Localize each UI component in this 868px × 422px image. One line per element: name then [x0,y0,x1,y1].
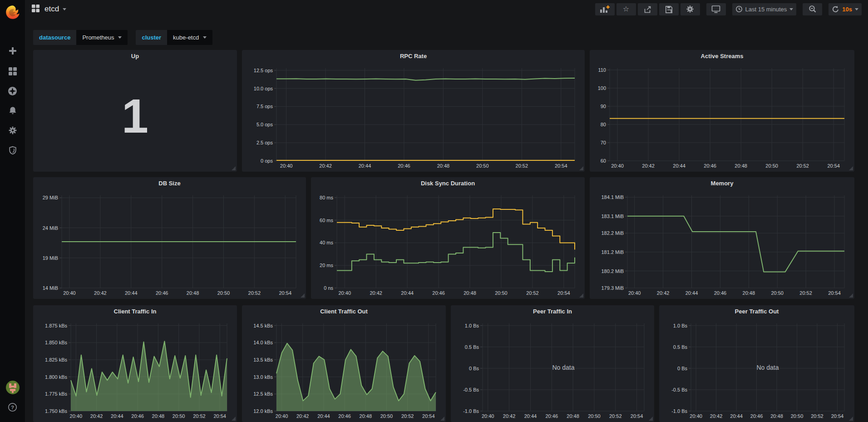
refresh-interval-label: 10s [842,6,852,13]
help-icon[interactable]: ? [0,402,25,412]
panel-title[interactable]: Active Streams [590,50,854,62]
x-axis-tick-label: 20:46 [432,290,445,296]
server-admin-shield-icon[interactable] [0,145,25,156]
explore-compass-icon[interactable] [0,85,25,96]
x-axis-tick-label: 20:54 [213,413,226,419]
y-axis-tick-label: 60 ms [320,218,333,223]
chart[interactable]: 179.3 MiB180.2 MiB181.2 MiB182.2 MiB183.… [593,189,851,297]
save-button[interactable] [659,3,679,15]
alerting-bell-icon[interactable] [0,105,25,116]
y-axis-tick-label: 179.3 MiB [601,285,624,291]
caret-down-icon [789,8,793,10]
x-axis-tick-label: 20:44 [730,413,743,419]
x-axis-tick-label: 20:50 [173,413,185,419]
series-line-series-yellow [337,209,575,250]
x-axis-tick-label: 20:50 [495,290,508,296]
panel-resize-handle[interactable] [849,417,853,421]
panel-resize-handle[interactable] [440,417,444,421]
panel-title[interactable]: Client Traffic In [33,305,237,317]
panel-resize-handle[interactable] [649,417,653,421]
y-axis-tick-label: 110 [598,67,606,73]
panel-resize-handle[interactable] [579,293,583,298]
y-axis-tick-label: 0 Bs [469,366,479,371]
panel-body: 0 ops2.5 ops5.0 ops7.5 ops10.0 ops12.5 o… [246,62,581,170]
x-axis-tick-label: 20:42 [319,163,332,169]
configuration-gear-icon[interactable] [0,125,25,136]
plus-icon[interactable] [0,45,25,56]
panel-title[interactable]: Peer Traffic In [451,305,654,317]
chart[interactable]: 1.750 kBs1.775 kBs1.800 kBs1.825 kBs1.85… [37,317,233,420]
chart[interactable]: -1.0 Bs-0.5 Bs0 Bs0.5 Bs1.0 Bs20:4020:42… [454,317,651,420]
panel-body: 14 MiB19 MiB24 MiB29 MiB20:4020:4220:442… [37,189,302,297]
time-range-picker[interactable]: Last 15 minutes [732,3,797,15]
x-axis-tick-label: 20:50 [588,413,601,419]
variable-cluster[interactable]: cluster kube-etcd [136,30,212,45]
panel-resize-handle[interactable] [301,293,305,298]
panel-cin: Client Traffic In1.750 kBs1.775 kBs1.800… [33,305,237,422]
x-axis-tick-label: 20:42 [503,413,516,419]
x-axis-tick-label: 20:44 [317,413,330,419]
panel-title[interactable]: Peer Traffic Out [659,305,854,317]
template-variables: datasource Prometheus cluster kube-etcd [33,30,212,45]
variable-value-dropdown[interactable]: Prometheus [76,30,128,45]
grafana-logo-icon[interactable] [0,3,25,23]
x-axis-tick-label: 20:40 [628,290,641,296]
panel-title[interactable]: Client Traffic Out [242,305,446,317]
dashboards-icon[interactable] [0,66,25,77]
chart[interactable]: 12.0 kBs12.5 kBs13.0 kBs13.5 kBs14.0 kBs… [246,317,442,420]
panel-resize-handle[interactable] [232,166,236,170]
variable-value-dropdown[interactable]: kube-etcd [167,30,212,45]
y-axis-tick-label: 7.5 ops [256,104,273,109]
y-axis-tick-label: 0 Bs [677,366,688,371]
panel-title[interactable]: DB Size [33,177,306,189]
variable-label: datasource [33,30,76,45]
dashboard-settings-button[interactable] [681,3,700,15]
x-axis-tick-label: 20:50 [217,290,230,296]
topbar: etcd ☆ Last 15 minutes 10s [25,0,868,18]
zoom-out-button[interactable] [803,3,822,15]
y-axis-tick-label: 1.825 kBs [45,357,67,362]
panel-resize-handle[interactable] [579,166,583,170]
panel-body: 6070809010011020:4020:4220:4420:4620:482… [593,62,851,170]
x-axis-tick-label: 20:54 [555,163,567,169]
caret-down-icon [203,36,207,39]
chart[interactable]: 0 ops2.5 ops5.0 ops7.5 ops10.0 ops12.5 o… [246,62,581,170]
y-axis-tick-label: 1.875 kBs [45,323,67,328]
panel-title[interactable]: Up [33,50,237,62]
y-axis-tick-label: 184.1 MiB [601,194,624,200]
panel-streams: Active Streams6070809010011020:4020:4220… [590,50,854,172]
panel-title[interactable]: RPC Rate [242,50,585,62]
panel-resize-handle[interactable] [849,166,853,170]
variable-datasource[interactable]: datasource Prometheus [33,30,128,45]
y-axis-tick-label: 13.0 kBs [253,374,273,380]
x-axis-tick-label: 20:54 [422,413,435,419]
chart[interactable]: -1.0 Bs-0.5 Bs0 Bs0.5 Bs1.0 Bs20:4020:42… [663,317,851,420]
y-axis-tick-label: 12.0 kBs [253,408,273,414]
x-axis-tick-label: 20:52 [516,163,528,169]
panel-resize-handle[interactable] [232,417,236,421]
x-axis-tick-label: 20:48 [735,163,747,169]
tv-mode-button[interactable] [706,3,726,15]
dashboard-title-dropdown[interactable]: etcd [44,5,66,14]
caret-down-icon [63,8,66,10]
chart[interactable]: 14 MiB19 MiB24 MiB29 MiB20:4020:4220:442… [37,189,302,297]
y-axis-tick-label: 14 MiB [43,285,58,291]
user-avatar[interactable] [0,381,25,394]
star-button[interactable]: ☆ [616,3,636,15]
no-data-label: No data [756,364,779,371]
add-panel-button[interactable] [595,3,615,15]
x-axis-tick-label: 20:48 [743,290,755,296]
panel-body: 1.750 kBs1.775 kBs1.800 kBs1.825 kBs1.85… [37,317,233,420]
chart[interactable]: 6070809010011020:4020:4220:4420:4620:482… [593,62,851,170]
panel-up: Up1 [33,50,237,172]
chart[interactable]: 0 ns20 ms40 ms60 ms80 ms20:4020:4220:442… [315,189,581,297]
x-axis-tick-label: 20:52 [248,290,261,296]
panel-resize-handle[interactable] [849,293,853,298]
panel-title[interactable]: Disk Sync Duration [311,177,585,189]
refresh-picker[interactable]: 10s [829,3,862,15]
caret-down-icon [855,8,858,10]
share-button[interactable] [638,3,657,15]
x-axis-tick-label: 20:46 [704,163,716,169]
panel-db: DB Size14 MiB19 MiB24 MiB29 MiB20:4020:4… [33,177,306,299]
panel-title[interactable]: Memory [590,177,854,189]
